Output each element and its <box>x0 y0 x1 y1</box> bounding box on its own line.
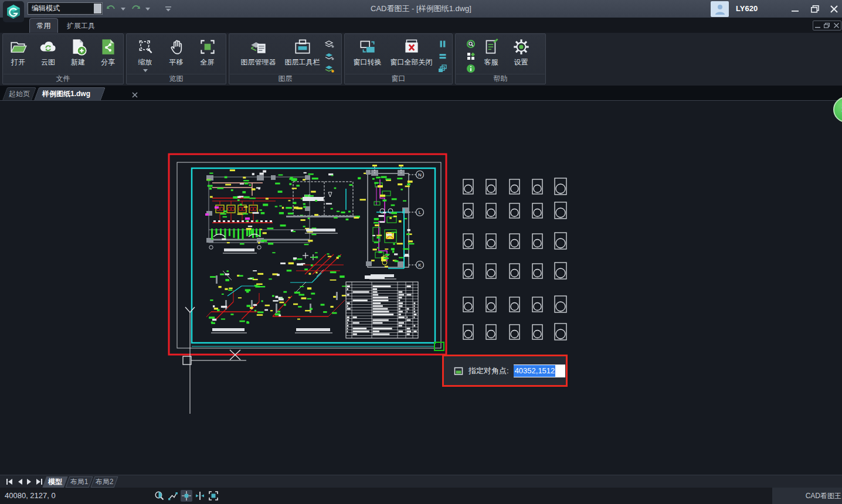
next-tab-button[interactable] <box>25 477 34 486</box>
undo-button[interactable] <box>106 3 116 15</box>
ribbon-tab-bar: 常用 扩展工具 <box>0 18 842 33</box>
tab-layout2[interactable]: 布局2 <box>93 476 116 488</box>
help-small-buttons <box>466 36 476 73</box>
open-button[interactable]: 打开 <box>4 36 33 67</box>
layer-toolbar-button[interactable]: 图层工具栏 <box>281 36 324 67</box>
prompt-label: 指定对角点: <box>468 366 509 376</box>
group-label-file: 文件 <box>4 74 123 83</box>
doc-tab-sample-drawing[interactable]: 样例图纸1.dwg <box>36 87 103 100</box>
group-label-help: 帮助 <box>456 74 545 83</box>
pan-hand-icon <box>167 37 186 57</box>
ribbon-group-window: 窗口转换 窗口全部关闭 <box>344 33 453 84</box>
fullscreen-button[interactable]: 全屏 <box>192 36 223 67</box>
ribbon-group-view: 缩放 平移 全屏 览图 <box>126 33 226 84</box>
customize-toolbar-icon[interactable] <box>163 3 174 15</box>
layer-lock-icon[interactable] <box>324 64 335 73</box>
customer-service-icon <box>481 37 501 57</box>
dynamic-input-prompt: 指定对角点: 40352,1512 <box>442 355 568 387</box>
layer-toolbar-icon <box>293 37 313 57</box>
statusbar: 40080, 2127, 0 CAD看图王 <box>0 488 842 504</box>
app-logo-icon[interactable] <box>3 1 24 22</box>
tile-horizontal-icon[interactable] <box>437 52 448 61</box>
tile-vertical-icon[interactable] <box>437 39 448 49</box>
doc-window-controls <box>813 21 841 30</box>
doc-minimize-icon[interactable] <box>815 23 820 28</box>
svg-text:N: N <box>418 172 422 178</box>
layer-freeze-icon[interactable] <box>324 52 335 61</box>
cloud-sync-icon <box>38 37 58 57</box>
group-label-window: 窗口 <box>345 74 451 83</box>
quick-access-toolbar <box>106 3 174 15</box>
new-file-button[interactable]: 新建 <box>63 36 93 67</box>
info-icon[interactable] <box>466 64 476 73</box>
zoom-dropdown-icon[interactable] <box>143 69 148 72</box>
coordinate-input[interactable]: 40352,1512 <box>514 365 565 377</box>
ribbon-tab-common[interactable]: 常用 <box>29 18 58 33</box>
layer-manager-icon <box>249 37 269 57</box>
check-update-icon[interactable] <box>466 39 476 49</box>
settings-gear-icon <box>511 37 531 57</box>
restore-button[interactable] <box>806 0 824 18</box>
cad-drawing-canvas[interactable]: NLK <box>0 101 842 475</box>
mode-select-arrow-icon[interactable] <box>94 4 101 13</box>
mode-select[interactable]: 编辑模式 <box>28 2 103 15</box>
undo-dropdown-icon[interactable] <box>118 3 128 15</box>
minimize-button[interactable] <box>786 0 804 18</box>
fullscreen-icon <box>198 37 218 57</box>
tab-model[interactable]: 模型 <box>45 476 66 488</box>
close-all-windows-icon <box>402 37 422 57</box>
open-folder-icon <box>8 37 28 57</box>
doc-close-icon[interactable] <box>834 23 839 28</box>
doc-tab-close-icon[interactable] <box>132 92 138 98</box>
last-tab-button[interactable] <box>34 477 43 486</box>
close-all-windows-button[interactable]: 窗口全部关闭 <box>386 36 437 67</box>
username-label[interactable]: LY620 <box>736 0 758 18</box>
statusbar-toggles <box>154 490 219 502</box>
svg-text:L: L <box>419 210 422 215</box>
ribbon-group-help: 客服 设置 帮助 <box>455 33 546 84</box>
first-tab-button[interactable] <box>5 477 14 486</box>
redo-dropdown-icon[interactable] <box>142 3 153 15</box>
zoom-history-icon[interactable] <box>154 490 165 502</box>
ribbon-tab-extended-tools[interactable]: 扩展工具 <box>62 19 100 33</box>
cloud-drawings-button[interactable]: 云图 <box>33 36 63 67</box>
layer-manager-button[interactable]: 图层管理器 <box>236 36 281 67</box>
zoom-fit-icon[interactable] <box>208 490 219 502</box>
coordinate-input-value: 40352,1512 <box>514 365 556 377</box>
pan-button[interactable]: 平移 <box>161 36 192 67</box>
customer-service-button[interactable]: 客服 <box>477 36 506 67</box>
cascade-windows-icon[interactable] <box>437 64 448 73</box>
tab-layout1[interactable]: 布局1 <box>67 476 91 488</box>
cursor-coordinates: 40080, 2127, 0 <box>5 488 56 504</box>
statusbar-brand: CAD看图王 <box>772 488 842 504</box>
close-button[interactable] <box>824 0 842 18</box>
doc-tab-start-page[interactable]: 起始页 <box>5 87 34 100</box>
window-switch-button[interactable]: 窗口转换 <box>349 36 386 67</box>
ribbon: 打开 云图 新建 <box>0 33 842 86</box>
snap-toggle-icon[interactable] <box>194 490 206 502</box>
zoom-button[interactable]: 缩放 <box>130 36 161 72</box>
layout-tab-bar: 模型 布局1 布局2 <box>0 475 842 488</box>
components-icon[interactable] <box>466 52 476 61</box>
prev-tab-button[interactable] <box>15 477 25 486</box>
group-label-view: 览图 <box>127 74 225 83</box>
ribbon-group-file: 打开 云图 新建 <box>2 33 124 84</box>
polyline-toggle-icon[interactable] <box>167 490 179 502</box>
window-switch-icon <box>358 37 378 57</box>
crosshair-toggle-icon[interactable] <box>181 490 192 502</box>
titlebar: CAD看图王 - [样例图纸1.dwg] 编辑模式 LY620 <box>0 0 842 18</box>
group-label-layer: 图层 <box>230 74 341 83</box>
prompt-box-icon <box>453 366 464 376</box>
user-avatar[interactable] <box>711 1 729 17</box>
redo-button[interactable] <box>130 3 141 15</box>
layer-small-buttons <box>324 36 335 73</box>
doc-restore-icon[interactable] <box>824 23 830 28</box>
layer-on-icon[interactable] <box>324 39 335 49</box>
ribbon-group-layer: 图层管理器 图层工具栏 <box>229 33 342 84</box>
zoom-icon <box>135 37 155 57</box>
share-icon <box>98 37 118 57</box>
settings-button[interactable]: 设置 <box>507 36 536 67</box>
person-icon <box>715 4 725 15</box>
svg-text:K: K <box>418 263 422 268</box>
share-button[interactable]: 分享 <box>93 36 123 67</box>
